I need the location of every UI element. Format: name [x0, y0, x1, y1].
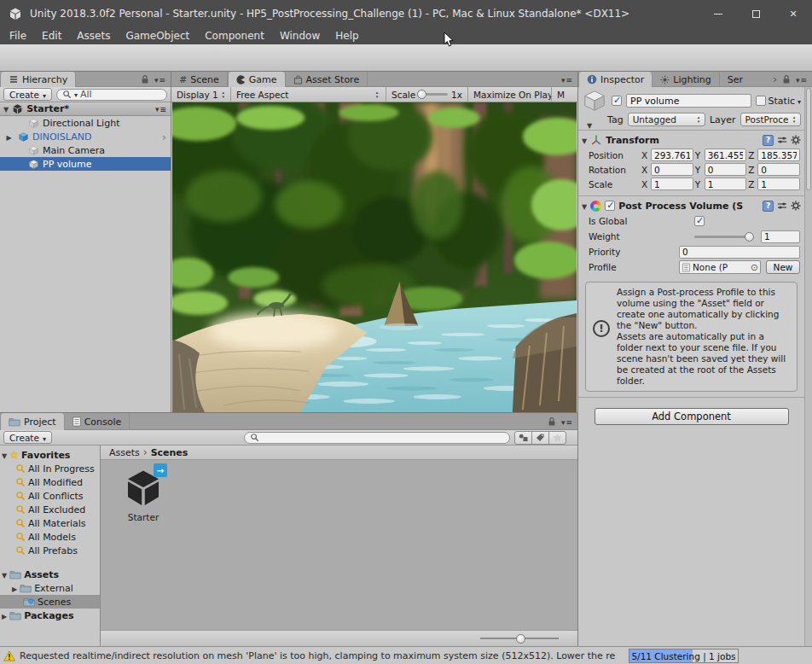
tag-dropdown[interactable]: Untagged	[628, 113, 705, 126]
project-create-dropdown[interactable]: Create	[3, 431, 52, 444]
gameobject-name-field[interactable]	[626, 94, 751, 108]
hierarchy-create-dropdown[interactable]: Create	[3, 88, 52, 101]
menu-window[interactable]: Window	[272, 27, 328, 44]
favorites-filter-button[interactable]	[548, 431, 566, 445]
game-viewport[interactable]	[172, 102, 577, 412]
position-x-field[interactable]	[651, 149, 693, 161]
tab-console[interactable]: Console	[65, 413, 130, 430]
favorites-header[interactable]: Favorites	[0, 448, 100, 462]
gear-icon[interactable]	[791, 135, 801, 145]
hierarchy-item-main-camera[interactable]: Main Camera	[0, 143, 171, 157]
panel-menu-icon[interactable]	[561, 416, 573, 428]
scene-header-row[interactable]: Starter*	[0, 102, 171, 116]
gear-icon[interactable]	[791, 201, 801, 211]
scenes-folder-row-selected[interactable]: Scenes	[0, 595, 100, 609]
maximize-button[interactable]	[737, 0, 774, 27]
project-search-input[interactable]	[262, 433, 504, 443]
menu-edit[interactable]: Edit	[34, 27, 69, 44]
hierarchy-search-field[interactable]: All	[56, 89, 167, 101]
status-warning-text[interactable]: Requested realtime/indirect resolution o…	[20, 650, 622, 661]
rotation-x-field[interactable]	[651, 163, 693, 176]
scene-menu-icon[interactable]	[155, 103, 167, 114]
position-z-field[interactable]	[757, 149, 800, 161]
hierarchy-item-dinoisland[interactable]: DINOISLAND	[0, 130, 171, 143]
filter-by-type-button[interactable]	[514, 431, 532, 445]
tab-asset-store[interactable]: Asset Store	[286, 72, 368, 87]
panel-menu-icon[interactable]	[796, 74, 808, 85]
add-component-button[interactable]: Add Component	[594, 408, 789, 425]
preset-icon[interactable]	[777, 201, 787, 210]
favorite-all-models[interactable]: All Models	[0, 530, 100, 544]
favorite-all-materials[interactable]: All Materials	[0, 516, 100, 530]
foldout-open-icon[interactable]	[2, 569, 7, 580]
active-checkbox[interactable]	[612, 96, 622, 106]
menu-gameobject[interactable]: GameObject	[118, 27, 197, 44]
hierarchy-item-pp-volume-selected[interactable]: PP volume	[0, 157, 171, 171]
favorite-all-in-progress[interactable]: All In Progress	[0, 462, 100, 475]
static-flags-caret-icon[interactable]	[798, 96, 801, 107]
packages-folder-row[interactable]: Packages	[0, 609, 100, 622]
new-profile-button[interactable]: New	[766, 260, 800, 274]
menu-file[interactable]: File	[2, 27, 34, 44]
foldout-open-icon[interactable]	[3, 103, 9, 114]
foldout-open-icon[interactable]	[582, 135, 587, 146]
favorite-all-modified[interactable]: All Modified	[0, 475, 100, 489]
project-search-field[interactable]	[244, 432, 510, 444]
transform-component-header[interactable]: Transform	[578, 132, 804, 148]
background-tasks-progress[interactable]: 5/11 Clustering | 1 jobs	[629, 649, 739, 663]
weight-value-field[interactable]	[761, 230, 800, 243]
panel-menu-icon[interactable]	[154, 74, 166, 85]
priority-value-field[interactable]	[679, 246, 800, 259]
tab-lighting[interactable]: Lighting	[652, 72, 719, 87]
tab-project[interactable]: Project	[0, 413, 65, 430]
slider-knob[interactable]	[417, 90, 426, 99]
foldout-closed-icon[interactable]	[2, 610, 7, 621]
foldout-closed-icon[interactable]	[6, 131, 11, 143]
close-button[interactable]	[774, 0, 812, 27]
lock-icon[interactable]	[782, 74, 791, 84]
scale-y-field[interactable]	[705, 178, 747, 190]
favorite-all-prefabs[interactable]: All Prefabs	[0, 544, 100, 557]
tab-overflow-chevron-icon[interactable]	[773, 73, 777, 85]
lock-icon[interactable]	[548, 416, 556, 427]
scale-slider[interactable]	[419, 93, 448, 96]
scrollbar-thumb[interactable]	[806, 88, 811, 190]
breadcrumb-root[interactable]: Assets	[109, 447, 140, 458]
asset-grid[interactable]: Starter	[101, 460, 577, 630]
panel-menu-icon[interactable]	[561, 74, 573, 85]
inspector-scrollbar[interactable]	[804, 87, 812, 646]
external-folder-row[interactable]: External	[0, 581, 100, 595]
minimize-button[interactable]	[699, 0, 737, 27]
preset-icon[interactable]	[777, 136, 787, 144]
prefab-open-chevron-icon[interactable]	[162, 131, 171, 143]
thumbnail-size-slider[interactable]	[480, 638, 559, 639]
mute-audio-button[interactable]: M	[552, 87, 577, 102]
lock-icon[interactable]	[141, 74, 149, 84]
help-icon[interactable]	[763, 135, 774, 146]
tab-inspector[interactable]: Inspector	[578, 72, 652, 87]
tab-scene[interactable]: # Scene	[171, 72, 228, 87]
slider-knob[interactable]	[745, 232, 754, 242]
help-icon[interactable]	[763, 201, 774, 212]
display-dropdown[interactable]: Display 1	[171, 87, 231, 102]
menu-component[interactable]: Component	[197, 27, 272, 44]
tab-services-truncated[interactable]: Ser	[720, 72, 745, 87]
scale-x-field[interactable]	[651, 178, 693, 190]
filter-by-label-button[interactable]	[531, 431, 549, 445]
foldout-open-icon[interactable]	[582, 201, 587, 212]
favorite-all-excluded[interactable]: All Excluded	[0, 503, 100, 516]
position-y-field[interactable]	[705, 149, 747, 161]
breadcrumb-current[interactable]: Scenes	[151, 447, 188, 458]
aspect-dropdown[interactable]: Free Aspect	[231, 87, 386, 102]
rotation-y-field[interactable]	[705, 163, 747, 176]
tab-hierarchy[interactable]: Hierarchy	[0, 72, 76, 87]
slider-knob[interactable]	[516, 634, 525, 644]
scale-z-field[interactable]	[757, 178, 800, 190]
asset-item-starter[interactable]: Starter	[116, 467, 171, 522]
static-checkbox[interactable]	[756, 96, 766, 106]
profile-object-field[interactable]: None (P	[679, 260, 761, 274]
maximize-on-play-button[interactable]: Maximize On Play	[468, 87, 552, 102]
tab-game[interactable]: Game	[228, 72, 286, 87]
foldout-open-icon[interactable]	[2, 450, 7, 461]
hierarchy-item-directional-light[interactable]: Directional Light	[0, 116, 171, 130]
